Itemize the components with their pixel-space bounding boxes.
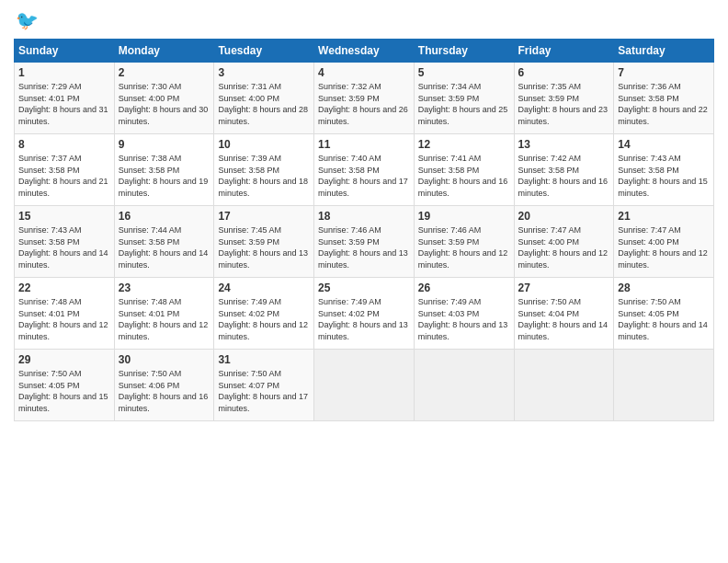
calendar-cell: 3 Sunrise: 7:31 AM Sunset: 4:00 PM Dayli… [214, 63, 314, 134]
calendar-cell: 7 Sunrise: 7:36 AM Sunset: 3:58 PM Dayli… [614, 63, 714, 134]
calendar-week-row: 8 Sunrise: 7:37 AM Sunset: 3:58 PM Dayli… [15, 134, 714, 206]
day-info: Sunrise: 7:35 AM Sunset: 3:59 PM Dayligh… [518, 82, 609, 126]
weekday-header: Wednesday [314, 40, 415, 63]
calendar-table: SundayMondayTuesdayWednesdayThursdayFrid… [14, 39, 714, 421]
day-info: Sunrise: 7:48 AM Sunset: 4:01 PM Dayligh… [18, 297, 108, 341]
calendar-cell: 26 Sunrise: 7:49 AM Sunset: 4:03 PM Dayl… [414, 278, 514, 350]
day-number: 31 [218, 353, 310, 366]
day-info: Sunrise: 7:29 AM Sunset: 4:01 PM Dayligh… [18, 82, 108, 126]
calendar-cell [514, 350, 614, 421]
day-info: Sunrise: 7:32 AM Sunset: 3:59 PM Dayligh… [318, 82, 408, 126]
calendar-cell: 30 Sunrise: 7:50 AM Sunset: 4:06 PM Dayl… [114, 350, 214, 421]
logo-bird-icon: 🐦 [16, 9, 39, 31]
day-info: Sunrise: 7:50 AM Sunset: 4:07 PM Dayligh… [218, 369, 308, 413]
day-number: 25 [318, 282, 410, 294]
weekday-header: Saturday [614, 40, 714, 63]
calendar-cell: 29 Sunrise: 7:50 AM Sunset: 4:05 PM Dayl… [15, 350, 115, 421]
day-number: 7 [618, 66, 710, 79]
day-info: Sunrise: 7:43 AM Sunset: 3:58 PM Dayligh… [18, 225, 108, 270]
weekday-header: Thursday [414, 40, 514, 63]
weekday-header: Tuesday [214, 40, 314, 63]
day-info: Sunrise: 7:50 AM Sunset: 4:04 PM Dayligh… [518, 297, 609, 341]
calendar-cell: 23 Sunrise: 7:48 AM Sunset: 4:01 PM Dayl… [114, 278, 214, 350]
calendar-cell: 11 Sunrise: 7:40 AM Sunset: 3:58 PM Dayl… [314, 134, 415, 206]
day-info: Sunrise: 7:49 AM Sunset: 4:02 PM Dayligh… [318, 297, 408, 341]
calendar-cell: 25 Sunrise: 7:49 AM Sunset: 4:02 PM Dayl… [314, 278, 415, 350]
calendar-cell: 27 Sunrise: 7:50 AM Sunset: 4:04 PM Dayl… [514, 278, 614, 350]
day-number: 3 [218, 66, 310, 79]
day-number: 22 [18, 282, 110, 294]
calendar-cell: 21 Sunrise: 7:47 AM Sunset: 4:00 PM Dayl… [614, 206, 714, 278]
day-number: 9 [119, 138, 210, 151]
day-number: 13 [518, 138, 610, 151]
day-number: 27 [518, 282, 610, 294]
day-info: Sunrise: 7:30 AM Sunset: 4:00 PM Dayligh… [119, 82, 209, 126]
calendar-week-row: 22 Sunrise: 7:48 AM Sunset: 4:01 PM Dayl… [15, 278, 714, 350]
day-number: 24 [218, 282, 310, 294]
day-number: 26 [418, 282, 510, 294]
day-number: 18 [318, 210, 410, 223]
logo: 🐦 [14, 9, 39, 31]
calendar-cell: 31 Sunrise: 7:50 AM Sunset: 4:07 PM Dayl… [214, 350, 314, 421]
weekday-header: Monday [114, 40, 214, 63]
day-info: Sunrise: 7:49 AM Sunset: 4:02 PM Dayligh… [218, 297, 308, 341]
day-info: Sunrise: 7:34 AM Sunset: 3:59 PM Dayligh… [418, 82, 508, 126]
day-number: 29 [18, 353, 110, 366]
calendar-week-row: 1 Sunrise: 7:29 AM Sunset: 4:01 PM Dayli… [15, 63, 714, 134]
day-number: 8 [18, 138, 110, 151]
day-info: Sunrise: 7:37 AM Sunset: 3:58 PM Dayligh… [18, 154, 108, 198]
page-container: 🐦 SundayMondayTuesdayWednesdayThursdayFr… [0, 0, 728, 431]
calendar-cell: 17 Sunrise: 7:45 AM Sunset: 3:59 PM Dayl… [214, 206, 314, 278]
day-info: Sunrise: 7:49 AM Sunset: 4:03 PM Dayligh… [418, 297, 508, 341]
calendar-cell: 2 Sunrise: 7:30 AM Sunset: 4:00 PM Dayli… [114, 63, 214, 134]
calendar-cell: 13 Sunrise: 7:42 AM Sunset: 3:58 PM Dayl… [514, 134, 614, 206]
calendar-cell: 19 Sunrise: 7:46 AM Sunset: 3:59 PM Dayl… [414, 206, 514, 278]
calendar-cell: 1 Sunrise: 7:29 AM Sunset: 4:01 PM Dayli… [15, 63, 115, 134]
day-number: 30 [119, 353, 210, 366]
day-info: Sunrise: 7:50 AM Sunset: 4:05 PM Dayligh… [18, 369, 108, 413]
day-info: Sunrise: 7:38 AM Sunset: 3:58 PM Dayligh… [119, 154, 209, 198]
day-number: 6 [518, 66, 610, 79]
calendar-cell: 15 Sunrise: 7:43 AM Sunset: 3:58 PM Dayl… [15, 206, 115, 278]
day-number: 28 [618, 282, 710, 294]
day-number: 16 [119, 210, 210, 223]
day-info: Sunrise: 7:50 AM Sunset: 4:06 PM Dayligh… [119, 369, 209, 413]
day-info: Sunrise: 7:43 AM Sunset: 3:58 PM Dayligh… [618, 154, 708, 198]
day-info: Sunrise: 7:50 AM Sunset: 4:05 PM Dayligh… [618, 297, 708, 341]
day-info: Sunrise: 7:45 AM Sunset: 3:59 PM Dayligh… [218, 225, 308, 270]
day-info: Sunrise: 7:44 AM Sunset: 3:58 PM Dayligh… [119, 225, 209, 270]
day-number: 14 [618, 138, 710, 151]
day-number: 5 [418, 66, 510, 79]
day-number: 1 [18, 66, 110, 79]
calendar-cell [314, 350, 415, 421]
calendar-cell: 6 Sunrise: 7:35 AM Sunset: 3:59 PM Dayli… [514, 63, 614, 134]
calendar-cell: 24 Sunrise: 7:49 AM Sunset: 4:02 PM Dayl… [214, 278, 314, 350]
day-number: 20 [518, 210, 610, 223]
calendar-week-row: 29 Sunrise: 7:50 AM Sunset: 4:05 PM Dayl… [15, 350, 714, 421]
day-number: 2 [119, 66, 210, 79]
day-number: 4 [318, 66, 410, 79]
day-number: 11 [318, 138, 410, 151]
calendar-cell: 8 Sunrise: 7:37 AM Sunset: 3:58 PM Dayli… [15, 134, 115, 206]
day-info: Sunrise: 7:42 AM Sunset: 3:58 PM Dayligh… [518, 154, 609, 198]
calendar-cell: 22 Sunrise: 7:48 AM Sunset: 4:01 PM Dayl… [15, 278, 115, 350]
calendar-cell: 4 Sunrise: 7:32 AM Sunset: 3:59 PM Dayli… [314, 63, 415, 134]
day-number: 12 [418, 138, 510, 151]
day-info: Sunrise: 7:41 AM Sunset: 3:58 PM Dayligh… [418, 154, 508, 198]
day-number: 17 [218, 210, 310, 223]
day-info: Sunrise: 7:36 AM Sunset: 3:58 PM Dayligh… [618, 82, 708, 126]
calendar-week-row: 15 Sunrise: 7:43 AM Sunset: 3:58 PM Dayl… [15, 206, 714, 278]
calendar-cell: 5 Sunrise: 7:34 AM Sunset: 3:59 PM Dayli… [414, 63, 514, 134]
weekday-header: Sunday [15, 40, 115, 63]
day-number: 19 [418, 210, 510, 223]
calendar-cell: 14 Sunrise: 7:43 AM Sunset: 3:58 PM Dayl… [614, 134, 714, 206]
calendar-cell: 9 Sunrise: 7:38 AM Sunset: 3:58 PM Dayli… [114, 134, 214, 206]
day-number: 21 [618, 210, 710, 223]
day-info: Sunrise: 7:47 AM Sunset: 4:00 PM Dayligh… [618, 225, 708, 270]
header: 🐦 [14, 9, 714, 31]
calendar-cell [614, 350, 714, 421]
calendar-cell: 20 Sunrise: 7:47 AM Sunset: 4:00 PM Dayl… [514, 206, 614, 278]
calendar-cell: 10 Sunrise: 7:39 AM Sunset: 3:58 PM Dayl… [214, 134, 314, 206]
day-info: Sunrise: 7:46 AM Sunset: 3:59 PM Dayligh… [318, 225, 408, 270]
day-info: Sunrise: 7:47 AM Sunset: 4:00 PM Dayligh… [518, 225, 609, 270]
